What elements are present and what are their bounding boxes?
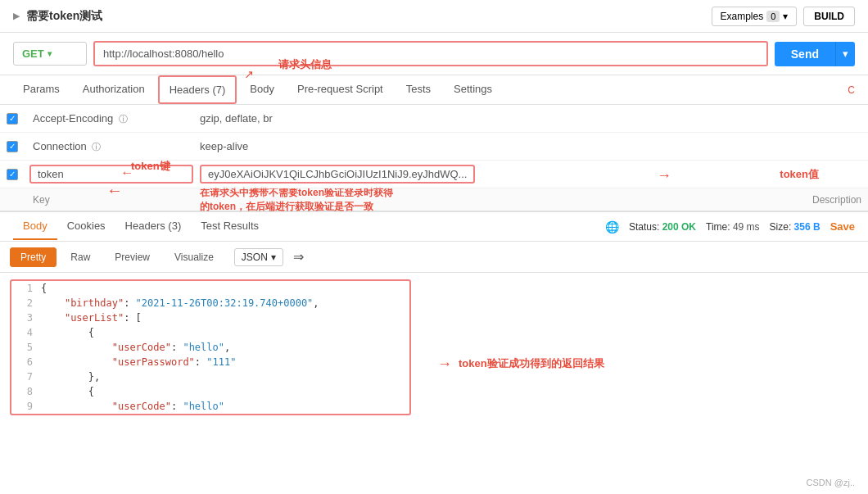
tab-headers[interactable]: Headers (7) — [158, 75, 237, 104]
format-chevron-icon: ▾ — [271, 252, 276, 263]
resp-visualize-btn[interactable]: Visualize — [164, 247, 224, 267]
line-num-2: 2 — [18, 297, 41, 309]
json-line-2: 2 "birthday": "2021-11-26T00:32:19.740+0… — [11, 296, 409, 310]
val-accept-encoding: gzip, deflate, br — [193, 112, 714, 125]
tab-prerequest[interactable]: Pre-request Script — [287, 76, 393, 103]
tab-more: C — [848, 84, 855, 96]
method-chevron-icon: ▾ — [47, 49, 52, 58]
info-icon: ⓘ — [119, 114, 128, 124]
json-annotation-text: token验证成功得到的返回结果 — [459, 356, 604, 371]
key-connection: Connection ⓘ — [29, 140, 193, 153]
page-title: 需要token测试 — [26, 9, 102, 24]
check-token[interactable] — [7, 169, 29, 180]
line-content-7: }, — [41, 371, 100, 383]
annotation-token-val: token值 — [780, 167, 819, 182]
line-num-4: 4 — [18, 327, 41, 338]
format-select[interactable]: JSON ▾ — [234, 248, 283, 266]
status-size: 356 B — [794, 221, 821, 233]
json-line-1: 1 { — [11, 281, 409, 296]
tab-tests[interactable]: Tests — [396, 76, 441, 103]
check-connection[interactable] — [7, 141, 29, 152]
line-num-1: 1 — [18, 283, 41, 294]
headers-section: Accept-Encoding ⓘ gzip, deflate, br Conn… — [0, 105, 868, 212]
csdn-watermark: CSDN @zj.. — [807, 478, 855, 487]
tab-body[interactable]: Body — [240, 76, 284, 103]
json-body: 1 { 2 "birthday": "2021-11-26T00:32:19.7… — [10, 279, 411, 415]
json-annotation-wrap: → token验证成功得到的返回结果 — [421, 273, 604, 422]
examples-badge: 0 — [766, 11, 780, 22]
line-content-8: { — [41, 386, 94, 397]
json-line-6: 6 "userPassword": "111" — [11, 355, 409, 369]
resp-pretty-btn[interactable]: Pretty — [10, 247, 57, 267]
resp-tab-headers[interactable]: Headers (3) — [115, 213, 192, 240]
tab-settings[interactable]: Settings — [444, 76, 502, 103]
method-label: GET — [22, 48, 44, 60]
line-content-6: "userPassword": "111" — [41, 356, 236, 368]
annotation-token-desc: 在请求头中携带不需要token验证登录时获得的token，在后端进行获取验证是否… — [200, 187, 393, 212]
resp-tab-cookies[interactable]: Cookies — [57, 213, 115, 240]
send-button-wrap: Send ▾ — [775, 42, 855, 66]
tab-params[interactable]: Params — [13, 76, 70, 103]
expand-icon[interactable]: ▶ — [13, 11, 20, 21]
json-line-8: 8 { — [11, 384, 409, 399]
globe-icon: 🌐 — [605, 220, 619, 233]
key-accept-encoding: Accept-Encoding ⓘ — [29, 112, 193, 125]
line-num-5: 5 — [18, 342, 41, 353]
resp-toolbar: Pretty Raw Preview Visualize JSON ▾ ⇒ — [0, 242, 868, 273]
top-bar-left: ▶ 需要token测试 — [13, 9, 102, 24]
header-row-accept-encoding: Accept-Encoding ⓘ gzip, deflate, br — [0, 105, 868, 133]
col-value-label: 在请求头中携带不需要token验证登录时获得的token，在后端进行获取验证是否… — [193, 186, 714, 214]
resp-tab-body[interactable]: Body — [13, 213, 57, 240]
resp-raw-btn[interactable]: Raw — [60, 247, 101, 267]
line-content-9: "userCode": "hello" — [41, 401, 224, 412]
line-content-3: "userList": [ — [41, 312, 142, 324]
info-icon-2: ⓘ — [92, 142, 101, 152]
json-line-5: 5 "userCode": "hello", — [11, 340, 409, 355]
line-content-4: { — [41, 327, 94, 338]
build-button[interactable]: BUILD — [803, 7, 855, 26]
time-label: Time: 49 ms — [706, 221, 760, 233]
line-content-5: "userCode": "hello", — [41, 342, 230, 353]
line-num-7: 7 — [18, 371, 41, 383]
examples-button[interactable]: Examples 0 ▾ — [712, 7, 798, 26]
resp-preview-btn[interactable]: Preview — [104, 247, 160, 267]
status-ok: 200 OK — [662, 221, 696, 233]
top-bar-right: Examples 0 ▾ BUILD — [712, 7, 855, 26]
line-content-2: "birthday": "2021-11-26T00:32:19.740+000… — [41, 297, 319, 309]
status-time: 49 ms — [733, 221, 760, 233]
response-tabs: Body Cookies Headers (3) Test Results 🌐 … — [0, 212, 868, 242]
val-connection: keep-alive — [193, 140, 714, 152]
send-button[interactable]: Send — [775, 42, 835, 66]
tabs-section: Params Authorization Headers (7) Body Pr… — [0, 75, 868, 105]
json-line-7: 7 }, — [11, 369, 409, 384]
top-bar: ▶ 需要token测试 Examples 0 ▾ BUILD — [0, 0, 868, 33]
tab-authorization[interactable]: Authorization — [73, 76, 155, 103]
url-bar: GET ▾ Send ▾ — [0, 33, 868, 75]
key-token: token — [29, 165, 193, 184]
resp-status: 🌐 Status: 200 OK Time: 49 ms Size: 356 B… — [605, 220, 855, 233]
resp-tab-testresults[interactable]: Test Results — [191, 213, 269, 240]
val-token: eyJ0eXAiOiJKV1QiLCJhbGciOiJIUzI1NiJ9.eyJ… — [200, 165, 475, 184]
line-num-3: 3 — [18, 312, 41, 324]
url-input[interactable] — [93, 41, 768, 66]
header-row-token: token eyJ0eXAiOiJKV1QiLCJhbGciOiJIUzI1Ni… — [0, 161, 868, 188]
size-label: Size: 356 B — [770, 221, 821, 233]
check-accept-encoding[interactable] — [7, 113, 29, 125]
format-label: JSON — [242, 252, 268, 263]
line-num-9: 9 — [18, 401, 41, 412]
json-area: 1 { 2 "birthday": "2021-11-26T00:32:19.7… — [0, 273, 868, 422]
chevron-down-icon: ▾ — [783, 11, 788, 22]
header-row-connection: Connection ⓘ keep-alive — [0, 133, 868, 161]
save-button[interactable]: Save — [830, 220, 855, 233]
wrap-icon[interactable]: ⇒ — [293, 249, 304, 265]
status-label: Status: 200 OK — [629, 221, 696, 233]
json-line-4: 4 { — [11, 325, 409, 340]
send-dropdown-button[interactable]: ▾ — [835, 42, 855, 66]
col-desc-label: Description — [714, 194, 861, 206]
tabs-bar: Params Authorization Headers (7) Body Pr… — [0, 75, 868, 105]
method-select[interactable]: GET ▾ — [13, 42, 87, 66]
examples-label: Examples — [721, 11, 764, 22]
line-num-8: 8 — [18, 386, 41, 397]
col-key-label: Key — [7, 194, 193, 206]
json-line-3: 3 "userList": [ — [11, 310, 409, 325]
